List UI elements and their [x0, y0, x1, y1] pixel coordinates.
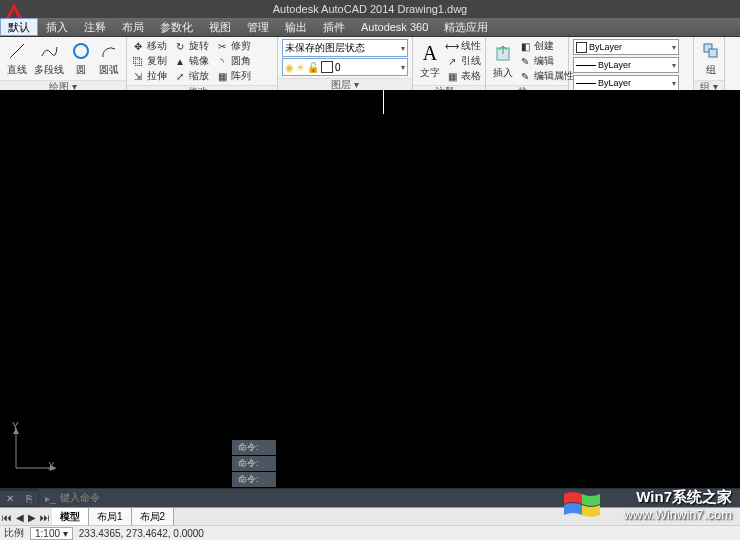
prompt-icon: ▸_	[45, 493, 56, 504]
menu-layout[interactable]: 布局	[114, 18, 152, 36]
circle-icon	[70, 40, 92, 62]
stretch-icon: ⇲	[131, 69, 145, 83]
cmd-line: 命令:	[232, 440, 276, 455]
sun-icon: ☀	[296, 62, 305, 73]
tab-first-icon[interactable]: ⏮	[0, 512, 14, 523]
menu-parametric[interactable]: 参数化	[152, 18, 201, 36]
trim-icon: ✂	[215, 39, 229, 53]
block-attedit-button[interactable]: ✎编辑属性	[518, 69, 574, 83]
scale-button[interactable]: ⤢缩放	[173, 69, 209, 83]
polyline-icon	[38, 40, 60, 62]
arc-icon	[98, 40, 120, 62]
fillet-button[interactable]: ◝圆角	[215, 54, 251, 68]
text-icon: A	[419, 43, 441, 65]
tab-prev-icon[interactable]: ◀	[14, 512, 26, 523]
line-button[interactable]: 直线	[4, 39, 30, 78]
lightbulb-icon: ◉	[285, 62, 294, 73]
svg-line-0	[10, 44, 24, 58]
color-dropdown[interactable]: ByLayer▾	[573, 39, 679, 55]
text-button[interactable]: A文字	[417, 39, 443, 83]
move-button[interactable]: ✥移动	[131, 39, 167, 53]
dim-linear-button[interactable]: ⟷线性	[445, 39, 481, 53]
watermark: Win7系统之家 www.Winwin7.com	[624, 488, 732, 522]
watermark-line1: Win7系统之家	[624, 488, 732, 507]
fillet-icon: ◝	[215, 54, 229, 68]
chevron-down-icon: ▾	[401, 44, 405, 53]
scale-icon: ⤢	[173, 69, 187, 83]
lineweight-icon	[576, 65, 596, 66]
line-icon	[6, 40, 28, 62]
command-history: 命令: 命令: 命令:	[232, 440, 276, 488]
scale-dropdown[interactable]: 1:100 ▾	[30, 527, 73, 540]
leader-button[interactable]: ↗引线	[445, 54, 481, 68]
table-button[interactable]: ▦表格	[445, 69, 481, 83]
group-button[interactable]: 组	[698, 39, 724, 78]
scale-label: 比例	[4, 526, 24, 540]
panel-annotate: A文字 ⟷线性 ↗引线 ▦表格 注释 ▾	[413, 37, 486, 91]
menu-annotate[interactable]: 注释	[76, 18, 114, 36]
menu-a360[interactable]: Autodesk 360	[353, 18, 436, 36]
tab-next-icon[interactable]: ▶	[26, 512, 38, 523]
tab-layout1[interactable]: 布局1	[89, 508, 132, 526]
cmd-line: 命令:	[232, 456, 276, 471]
insert-icon	[492, 43, 514, 65]
block-create-button[interactable]: ◧创建	[518, 39, 574, 53]
chevron-down-icon: ▾	[401, 63, 405, 72]
lineweight-dropdown[interactable]: ByLayer▾	[573, 57, 679, 73]
leader-icon: ↗	[445, 54, 459, 68]
layer-state-dropdown[interactable]: 未保存的图层状态▾	[282, 39, 408, 57]
stretch-button[interactable]: ⇲拉伸	[131, 69, 167, 83]
attedit-icon: ✎	[518, 69, 532, 83]
layer-current-dropdown[interactable]: ◉ ☀ 🔓 0 ▾	[282, 58, 408, 76]
cmd-expand-icon[interactable]: ⎘	[20, 491, 38, 506]
svg-point-1	[74, 44, 88, 58]
linetype-dropdown[interactable]: ByLayer▾	[573, 75, 679, 91]
status-bar: 比例 1:100 ▾ 233.4365, 273.4642, 0.0000	[0, 525, 740, 540]
copy-icon: ⿻	[131, 54, 145, 68]
chevron-down-icon: ▾	[672, 43, 676, 52]
menu-featured[interactable]: 精选应用	[436, 18, 496, 36]
menu-output[interactable]: 输出	[277, 18, 315, 36]
chevron-down-icon: ▾	[672, 61, 676, 70]
autocad-logo-icon	[4, 1, 24, 21]
rotate-button[interactable]: ↻旋转	[173, 39, 209, 53]
circle-button[interactable]: 圆	[68, 39, 94, 78]
array-icon: ▦	[215, 69, 229, 83]
table-icon: ▦	[445, 69, 459, 83]
menu-manage[interactable]: 管理	[239, 18, 277, 36]
panel-draw: 直线 多段线 圆 圆弧 绘图 ▾	[0, 37, 127, 91]
dim-icon: ⟷	[445, 39, 459, 53]
menu-insert[interactable]: 插入	[38, 18, 76, 36]
block-edit-button[interactable]: ✎编辑	[518, 54, 574, 68]
copy-button[interactable]: ⿻复制	[131, 54, 167, 68]
chevron-down-icon: ▾	[672, 79, 676, 88]
coords-readout: 233.4365, 273.4642, 0.0000	[79, 528, 204, 539]
edit-icon: ✎	[518, 54, 532, 68]
layer-color-swatch	[321, 61, 333, 73]
polyline-button[interactable]: 多段线	[32, 39, 66, 78]
group-icon	[700, 40, 722, 62]
panel-modify: ✥移动 ↻旋转 ✂修剪 ⿻复制 ▲镜像 ◝圆角 ⇲拉伸 ⤢缩放 ▦阵列 修改 ▾	[127, 37, 278, 91]
drawing-canvas[interactable]: YX 命令: 命令: 命令: ✕ ⎘ ▸_键入命令	[0, 90, 740, 508]
menu-plugins[interactable]: 插件	[315, 18, 353, 36]
insert-button[interactable]: 插入	[490, 39, 516, 83]
watermark-line2: www.Winwin7.com	[624, 507, 732, 522]
tab-model[interactable]: 模型	[52, 508, 89, 526]
lock-icon: 🔓	[307, 62, 319, 73]
panel-properties: ByLayer▾ ByLayer▾ ByLayer▾ 特性 ▾	[569, 37, 694, 91]
svg-rect-4	[709, 49, 717, 57]
move-icon: ✥	[131, 39, 145, 53]
array-button[interactable]: ▦阵列	[215, 69, 251, 83]
cmd-line: 命令:	[232, 472, 276, 487]
cursor-crosshair	[383, 90, 384, 114]
panel-block: 插入 ◧创建 ✎编辑 ✎编辑属性 块 ▾	[486, 37, 569, 91]
windows-logo-icon	[564, 490, 600, 520]
cmd-close-icon[interactable]: ✕	[0, 491, 20, 506]
tab-last-icon[interactable]: ⏭	[38, 512, 52, 523]
menu-view[interactable]: 视图	[201, 18, 239, 36]
arc-button[interactable]: 圆弧	[96, 39, 122, 78]
mirror-button[interactable]: ▲镜像	[173, 54, 209, 68]
trim-button[interactable]: ✂修剪	[215, 39, 251, 53]
menu-bar: 默认 插入 注释 布局 参数化 视图 管理 输出 插件 Autodesk 360…	[0, 18, 740, 37]
tab-layout2[interactable]: 布局2	[132, 508, 175, 526]
